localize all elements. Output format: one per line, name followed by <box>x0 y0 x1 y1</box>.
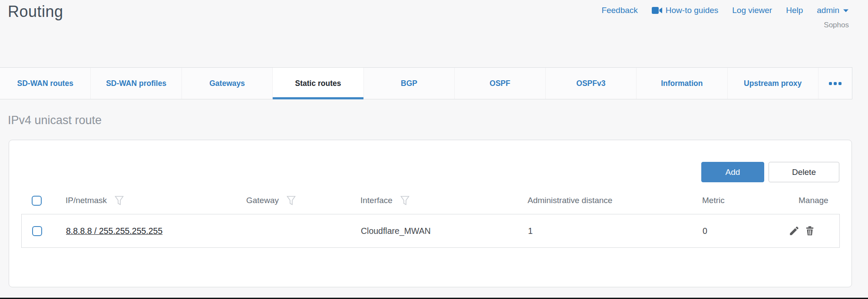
cell-metric: 0 <box>703 226 778 236</box>
tab-information[interactable]: Information <box>636 68 727 99</box>
tab-label: SD-WAN profiles <box>106 79 166 88</box>
user-menu[interactable]: admin <box>817 6 849 15</box>
tab-ospf[interactable]: OSPF <box>454 68 545 99</box>
trash-icon[interactable] <box>804 225 815 237</box>
tab-label: Gateways <box>209 79 245 88</box>
caret-down-icon <box>843 9 849 13</box>
tab-sdwan-routes[interactable]: SD-WAN routes <box>0 68 90 99</box>
column-gateway: Gateway <box>246 196 360 206</box>
column-label: Metric <box>702 196 725 205</box>
route-link[interactable]: 8.8.8.8 / 255.255.255.255 <box>66 226 162 236</box>
column-metric: Metric <box>702 196 778 205</box>
help-link[interactable]: Help <box>786 6 803 15</box>
routes-panel: Add Delete IP/netmask Gateway <box>9 140 852 287</box>
tab-label: OSPFv3 <box>576 79 605 88</box>
tab-label: BGP <box>401 79 417 88</box>
edit-icon[interactable] <box>789 225 800 237</box>
tab-bar: SD-WAN routes SD-WAN profiles Gateways S… <box>0 67 852 99</box>
more-tabs-button[interactable] <box>818 68 852 99</box>
column-label: Administrative distance <box>528 196 612 205</box>
cell-interface: Cloudflare_MWAN <box>361 226 528 236</box>
filter-icon[interactable] <box>400 196 409 206</box>
cell-ip-netmask: 8.8.8.8 / 255.255.255.255 <box>66 226 247 236</box>
column-label: Manage <box>799 196 828 205</box>
ellipsis-icon <box>829 82 832 85</box>
help-link-label: Help <box>786 6 803 15</box>
column-label: Interface <box>360 196 393 205</box>
toolbar: Add Delete <box>701 162 839 182</box>
delete-button[interactable]: Delete <box>769 162 839 182</box>
tab-gateways[interactable]: Gateways <box>182 68 272 99</box>
tab-label: Static routes <box>295 79 341 88</box>
column-admin-distance: Administrative distance <box>528 196 702 205</box>
column-interface: Interface <box>360 196 528 206</box>
cell-manage <box>778 225 839 237</box>
user-menu-label: admin <box>817 6 839 15</box>
table-row: 8.8.8.8 / 255.255.255.255 Cloudflare_MWA… <box>21 214 840 248</box>
tab-bgp[interactable]: BGP <box>363 68 454 99</box>
filter-icon[interactable] <box>287 196 296 206</box>
row-checkbox[interactable] <box>32 226 42 236</box>
column-manage: Manage <box>778 196 840 205</box>
feedback-link-label: Feedback <box>601 6 637 15</box>
tab-static-routes[interactable]: Static routes <box>272 68 363 99</box>
select-all-checkbox[interactable] <box>32 196 42 206</box>
tab-label: Upstream proxy <box>744 79 802 88</box>
page-title: Routing <box>8 3 63 21</box>
column-label: IP/netmask <box>66 196 107 205</box>
add-button[interactable]: Add <box>701 162 764 182</box>
feedback-link[interactable]: Feedback <box>601 6 637 15</box>
row-checkbox-cell <box>22 226 66 236</box>
tab-upstream-proxy[interactable]: Upstream proxy <box>727 68 818 99</box>
tab-label: Information <box>661 79 703 88</box>
tab-label: OSPF <box>490 79 511 88</box>
column-ip-netmask: IP/netmask <box>66 196 246 206</box>
ellipsis-icon <box>838 82 842 85</box>
table-header-row: IP/netmask Gateway Interface <box>21 187 840 214</box>
brand-label: Sophos <box>824 21 849 30</box>
column-label: Gateway <box>246 196 279 205</box>
top-header: Routing Feedback How-to guides Log viewe… <box>0 0 868 67</box>
tab-sdwan-profiles[interactable]: SD-WAN profiles <box>90 68 181 99</box>
howto-guides-link-label: How-to guides <box>666 6 718 15</box>
howto-guides-link[interactable]: How-to guides <box>652 6 718 15</box>
routes-table: IP/netmask Gateway Interface <box>21 187 840 248</box>
cell-admin-distance: 1 <box>528 226 703 236</box>
log-viewer-link-label: Log viewer <box>732 6 772 15</box>
video-camera-icon <box>652 7 662 14</box>
ellipsis-icon <box>834 82 837 85</box>
section-heading: IPv4 unicast route <box>8 114 102 127</box>
filter-icon[interactable] <box>115 196 124 206</box>
tab-label: SD-WAN routes <box>17 79 73 88</box>
log-viewer-link[interactable]: Log viewer <box>732 6 772 15</box>
header-links: Feedback How-to guides Log viewer Help a… <box>601 6 849 15</box>
tab-ospfv3[interactable]: OSPFv3 <box>545 68 636 99</box>
header-checkbox-cell <box>21 196 66 206</box>
